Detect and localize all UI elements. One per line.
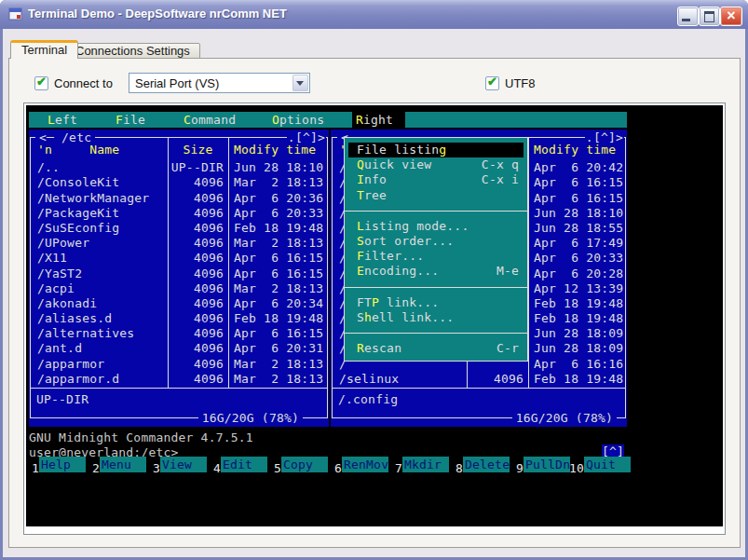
file-row[interactable]: /aliases.d4096Feb 18 19:48 [31,311,327,326]
file-row[interactable]: /UPower4096Mar 2 18:13 [31,236,327,251]
header-size: Size [168,143,228,157]
fnkey-label: Help [39,457,86,472]
menubar-item-command[interactable]: Command [184,112,236,128]
menu-item-label: File listing [357,143,446,157]
file-name: /alternatives [31,326,168,341]
menu-item-label: Encoding... [357,264,439,279]
file-date: Apr 6 16:16 [528,357,625,372]
port-combobox-value: Serial Port (VS) [135,76,219,90]
right-panel-status: /.config [338,392,398,407]
file-name: /ant.d [31,341,168,356]
menu-item-rescan[interactable]: RescanC-r [348,341,524,356]
utf8-checkbox[interactable]: ✔ [485,76,499,90]
fnkey-5-copy[interactable]: 5Copy [266,457,328,472]
file-name: /.. [31,160,168,175]
terminal-screen[interactable]: LeftFileCommandOptionsRight <─ /etc .[^]… [26,105,723,526]
tab-terminal-label: Terminal [21,43,67,57]
menubar-item-file[interactable]: File [116,112,145,128]
menu-item-label: Info [357,172,387,187]
file-row[interactable]: /apparmor4096Mar 2 18:13 [31,357,327,372]
file-row[interactable]: /..UP--DIRJun 28 18:10 [31,160,327,175]
menu-item-tree[interactable]: Tree [348,188,524,203]
utf8-label: UTF8 [505,76,536,90]
menu-item-filter[interactable]: Filter... [348,249,524,264]
fnkey-9-pulldn[interactable]: 9PullDn [509,457,570,472]
file-row[interactable]: /alternatives4096Apr 6 16:15 [31,326,327,341]
menubar-item-right[interactable]: Right [352,112,405,128]
fnkey-3-view[interactable]: 3View [145,457,207,472]
menu-item-sort-order[interactable]: Sort order... [348,234,524,249]
file-row[interactable]: /akonadi4096Apr 6 20:34 [31,296,327,311]
close-button[interactable]: × [720,7,742,26]
tab-terminal[interactable]: Terminal [10,40,78,59]
fnkey-number: 1 [26,460,39,476]
fnkey-1-help[interactable]: 1Help [26,457,86,472]
file-row[interactable]: /ant.d4096Apr 6 20:31 [31,341,327,356]
maximize-button[interactable] [699,7,720,26]
menu-item-shell-link[interactable]: Shell link... [348,310,524,325]
menu-item-shortcut: C-x i [482,172,519,187]
menu-item-listing-mode[interactable]: Listing mode... [348,219,524,234]
minimize-button[interactable] [677,7,699,26]
fnkey-4-edit[interactable]: 4Edit [206,457,267,472]
file-size: 4096 [168,175,228,190]
file-size: 4096 [168,221,228,236]
file-size: 4096 [168,296,228,311]
menubar-item-left[interactable]: Left [48,112,77,128]
fnkey-8-delete[interactable]: 8Delete [448,457,510,472]
file-size: 4096 [168,236,228,251]
header-modify-time: Modify time [228,143,327,157]
menu-item-quick-view[interactable]: Quick viewC-x q [348,157,524,172]
left-panel-header-row[interactable]: 'n Name Size Modify time [31,143,327,157]
file-date: Feb 18 19:48 [228,221,327,236]
hotkey-letter: L [48,113,55,127]
file-row[interactable]: /selinux4096Feb 18 19:48 [333,372,625,387]
file-row[interactable]: /SuSEconfig4096Feb 18 19:48 [31,221,327,236]
file-row[interactable]: /X114096Apr 6 16:15 [31,251,327,266]
menu-item-file-listing[interactable]: File listing [348,143,524,157]
app-icon [8,7,23,21]
menu-item-label: Shell link... [357,310,454,325]
file-date: Mar 2 18:13 [228,372,327,387]
hotkey-letter: C [184,113,191,127]
fnkey-number: 7 [388,460,402,476]
file-name: /akonadi [31,296,168,311]
file-row[interactable]: /ConsoleKit4096Mar 2 18:13 [31,175,327,190]
file-row[interactable]: /PackageKit4096Apr 6 20:33 [31,206,327,221]
file-name: /apparmor.d [31,372,168,387]
hotkey-letter: S [357,234,364,248]
connect-checkbox[interactable]: ✔ [34,76,48,90]
file-date: Apr 6 16:15 [228,251,327,266]
file-name: /NetworkManager [31,191,168,206]
fnkey-7-mkdir[interactable]: 7Mkdir [388,457,449,472]
file-date: Jun 28 18:09 [528,326,625,341]
header-modify-time: Modify time [528,143,625,157]
combo-dropdown-button[interactable] [292,75,308,91]
file-name: /YaST2 [31,266,168,281]
file-row[interactable]: /NetworkManager4096Apr 6 20:36 [31,191,327,206]
file-date: Apr 6 20:33 [228,206,327,221]
maximize-icon [704,11,714,22]
title-bar[interactable]: Terminal Demo - DeepSoftware nrComm NET … [0,0,748,29]
fnkey-6-renmov[interactable]: 6RenMov [327,457,388,472]
menu-separator [345,287,527,288]
file-name: /selinux [333,372,467,387]
file-date: Jun 28 18:10 [228,160,327,175]
hotkey-letter: h [364,310,372,324]
menu-item-info[interactable]: InfoC-x i [348,172,524,187]
port-combobox[interactable]: Serial Port (VS) [129,73,310,93]
menu-separator [345,211,527,212]
file-size: 4096 [168,206,228,221]
file-row[interactable]: /apparmor.d4096Mar 2 18:13 [31,372,327,387]
left-panel-file-list: 'n Name Size Modify time /..UP--DIRJun 2… [31,143,327,387]
fnkey-10-quit[interactable]: 10Quit [569,457,631,472]
menubar-item-options[interactable]: Options [272,112,324,128]
file-row[interactable]: /YaST24096Apr 6 16:15 [31,266,327,281]
file-row[interactable]: /acpi4096Mar 2 18:13 [31,281,327,296]
file-date: Apr 6 20:33 [528,251,625,266]
menu-item-ftp-link[interactable]: FTP link... [348,295,524,310]
fnkey-label: Copy [281,457,328,472]
fnkey-2-menu[interactable]: 2Menu [85,457,146,472]
mc-left-panel[interactable]: <─ /etc .[^]> 'n Name Size Modify time [29,130,329,427]
menu-item-encoding[interactable]: Encoding...M-e [348,264,524,279]
